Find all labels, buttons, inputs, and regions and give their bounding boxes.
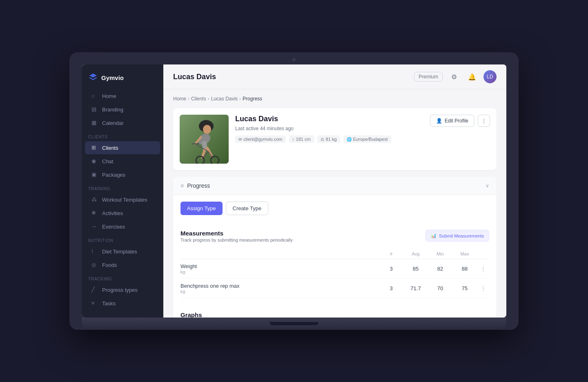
breadcrumb-current: Progress: [243, 96, 262, 102]
breadcrumb: Home › Clients › Lucas Davis › Progress: [173, 96, 497, 102]
sidebar-item-label: Workout Templates: [102, 197, 147, 203]
more-options-button[interactable]: ⋮: [478, 115, 490, 127]
profile-height: 181 cm: [296, 137, 311, 142]
nutrition-section-label: NUTRITION: [82, 233, 163, 244]
sidebar-item-diet-templates[interactable]: ⁞ Diet Templates: [85, 245, 160, 258]
sidebar-item-label: Progress types: [102, 287, 138, 293]
submit-measurements-button[interactable]: 📊 Submit Measurements: [425, 230, 489, 242]
chevron-down-icon[interactable]: ∨: [486, 183, 489, 189]
edit-profile-button[interactable]: 👤 Edit Profile: [430, 115, 474, 127]
profile-name: Lucas Davis: [235, 115, 423, 123]
benchpress-measurement-info: Benchpress one rep max kg: [180, 283, 379, 294]
breadcrumb-lucas[interactable]: Lucas Davis: [211, 96, 238, 102]
progress-content: Assign Type Create Type: [173, 195, 497, 230]
sidebar-item-label: Exercises: [102, 224, 125, 230]
sidebar-item-label: Chat: [102, 158, 113, 164]
exercises-icon: ↔: [91, 223, 98, 230]
section-header: ≡ Progress ∨: [173, 177, 497, 195]
sidebar-item-clients[interactable]: ⊞ Clients: [85, 141, 160, 154]
sidebar-navigation: ⌂ Home ▤ Branding ▦ Calendar CLIENTS ⊞ C…: [82, 89, 163, 317]
profile-location: Europe/Budapest: [353, 137, 388, 142]
calendar-icon: ▦: [91, 120, 98, 126]
sidebar-item-progress-types[interactable]: ╱ Progress types: [85, 283, 160, 296]
svg-point-2: [203, 125, 211, 134]
col-avg-header: Avg: [403, 251, 428, 256]
profile-last-active: Last active 44 minutes ago: [235, 126, 423, 131]
gymvio-logo-icon: [88, 73, 98, 82]
profile-info: Lucas Davis Last active 44 minutes ago ✉…: [235, 115, 423, 143]
sidebar-item-label: Tasks: [102, 300, 116, 306]
breadcrumb-sep-3: ›: [239, 96, 241, 102]
settings-button[interactable]: ⚙: [448, 70, 461, 83]
section-title-row: ≡ Progress: [180, 182, 210, 189]
sidebar-item-home[interactable]: ⌂ Home: [85, 89, 160, 102]
height-icon: ↕: [292, 137, 294, 142]
col-max-header: Max: [452, 251, 477, 256]
breadcrumb-sep-1: ›: [188, 96, 189, 102]
cyclist-svg: [180, 115, 229, 164]
hamburger-icon: ≡: [180, 182, 184, 189]
measurements-title: Measurements: [180, 230, 293, 237]
sidebar: Gymvio ⌂ Home ▤ Branding ▦ Calendar CLIE…: [82, 64, 163, 318]
sidebar-item-foods[interactable]: ◎ Foods: [85, 258, 160, 271]
sidebar-item-calendar[interactable]: ▦ Calendar: [85, 116, 160, 129]
sidebar-item-label: Activities: [102, 210, 123, 216]
create-type-button[interactable]: Create Type: [226, 202, 269, 215]
profile-email-tag: ✉ client@gymvio.com: [235, 135, 286, 143]
sidebar-item-workout-templates[interactable]: ⁂ Workout Templates: [85, 193, 160, 206]
weight-min: 82: [428, 266, 452, 272]
measurements-header: Measurements Track progress by submittin…: [180, 230, 489, 242]
top-bar-actions: Premium ⚙ 🔔 LD: [414, 70, 497, 83]
sidebar-item-activities[interactable]: ❋ Activities: [85, 207, 160, 220]
content-area: Home › Clients › Lucas Davis › Progress: [163, 89, 506, 318]
user-avatar[interactable]: LD: [483, 70, 497, 83]
sidebar-item-label: Packages: [102, 172, 125, 178]
sidebar-item-chat[interactable]: ◉ Chat: [85, 155, 160, 168]
benchpress-name: Benchpress one rep max: [180, 283, 379, 289]
assign-type-button[interactable]: Assign Type: [180, 202, 223, 215]
graphs-title: Graphs: [180, 311, 489, 318]
sidebar-footer: © 2024 Gymvio v.0.31: [82, 317, 163, 318]
benchpress-unit: kg: [180, 289, 379, 294]
edit-profile-icon: 👤: [436, 118, 442, 124]
weight-name: Weight: [180, 263, 379, 269]
activities-icon: ❋: [91, 210, 98, 216]
sidebar-item-label: Foods: [102, 262, 117, 268]
avatar-initials: LD: [487, 74, 493, 80]
profile-meta: ✉ client@gymvio.com ↕ 181 cm ⚖ 81 kg: [235, 135, 423, 143]
profile-weight: 81 kg: [326, 137, 337, 142]
sidebar-item-label: Home: [102, 93, 116, 99]
training-section-label: TRAINING: [82, 182, 163, 193]
sidebar-item-label: Clients: [102, 145, 118, 151]
profile-email: client@gymvio.com: [243, 137, 283, 142]
location-icon: 🌐: [347, 137, 352, 142]
sidebar-item-branding[interactable]: ▤ Branding: [85, 103, 160, 116]
table-header-row: # Avg Min Max: [180, 249, 489, 259]
breadcrumb-clients[interactable]: Clients: [191, 96, 206, 102]
sidebar-item-label: Diet Templates: [102, 249, 137, 255]
main-content: Lucas Davis Premium ⚙ 🔔 LD Home › Client…: [163, 64, 506, 318]
weight-row-menu[interactable]: ⋮: [477, 266, 489, 272]
weight-max: 88: [452, 266, 477, 272]
section-title: Progress: [187, 182, 210, 189]
cyclist-background: [180, 115, 229, 164]
measurements-table: # Avg Min Max Weight kg: [180, 249, 489, 298]
notifications-button[interactable]: 🔔: [466, 70, 479, 83]
graphs-section: Graphs Weight ∨ 80 60: [173, 305, 497, 318]
progress-section-card: ≡ Progress ∨ Assign Type Create Type: [173, 177, 497, 318]
clients-icon: ⊞: [91, 144, 98, 151]
tasks-icon: ≡: [91, 300, 98, 306]
breadcrumb-home[interactable]: Home: [173, 96, 186, 102]
email-icon: ✉: [238, 137, 242, 142]
table-row: Weight kg 3 85 82 88 ⋮: [180, 259, 489, 279]
sidebar-item-tasks[interactable]: ≡ Tasks: [85, 297, 160, 310]
sidebar-item-packages[interactable]: ▣ Packages: [85, 168, 160, 181]
premium-badge: Premium: [414, 72, 443, 82]
benchpress-row-menu[interactable]: ⋮: [477, 285, 489, 291]
packages-icon: ▣: [91, 171, 98, 178]
benchpress-avg: 71.7: [403, 285, 428, 291]
profile-photo: [180, 115, 229, 164]
progress-icon: ╱: [91, 286, 98, 293]
profile-weight-tag: ⚖ 81 kg: [317, 135, 340, 143]
sidebar-item-exercises[interactable]: ↔ Exercises: [85, 220, 160, 233]
